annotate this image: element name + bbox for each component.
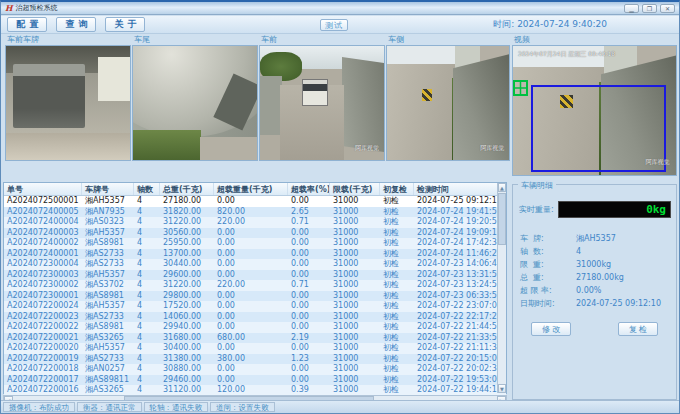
table-cell: 0.00 xyxy=(288,270,330,281)
camera-label: 车前 xyxy=(259,34,385,45)
table-cell: 2024-07-22 19:44:15 xyxy=(414,385,499,396)
table-cell: A2024072400001 xyxy=(4,249,82,260)
about-button[interactable]: 关于 xyxy=(105,17,145,32)
minimize-icon[interactable]: ▁ xyxy=(624,4,639,13)
table-row[interactable]: A2024072300004湘AS2733430440.000.000.0031… xyxy=(4,259,506,270)
column-header[interactable]: 检测时间 xyxy=(414,183,499,195)
table-cell: 4 xyxy=(134,333,160,344)
column-header[interactable]: 超载率(%) xyxy=(288,183,330,195)
field-value: 0.00% xyxy=(576,284,601,297)
column-header[interactable]: 车牌号 xyxy=(82,183,134,195)
table-cell: A2024072500001 xyxy=(4,196,82,207)
table-cell: 湘AS2733 xyxy=(82,259,134,270)
table-row[interactable]: A2024072300001湘AS8981429800.000.000.0031… xyxy=(4,291,506,302)
query-button[interactable]: 查询 xyxy=(56,17,96,32)
table-cell: 31120.00 xyxy=(160,385,214,396)
table-cell: 0.00 xyxy=(288,343,330,354)
table-row[interactable]: A2024072200018湘AN0257430880.000.000.0031… xyxy=(4,364,506,375)
status-weigher: 衡器：通讯正常 xyxy=(77,402,142,412)
column-header[interactable]: 轴数 xyxy=(134,183,160,195)
detail-field-overrate: 超 限 率:0.00% xyxy=(513,284,676,297)
camera-panel-front-plate: 车前车牌 xyxy=(5,34,131,161)
table-cell: A2024072400004 xyxy=(4,217,82,228)
table-cell: 0.00 xyxy=(214,291,288,302)
table-row[interactable]: A2024072200019湘AS2733431380.00380.001.23… xyxy=(4,354,506,365)
table-row[interactable]: A2024072400005湘AN7935431820.00820.002.65… xyxy=(4,207,506,218)
table-row[interactable]: A2024072400001湘AS2733413700.000.000.0031… xyxy=(4,249,506,260)
table-cell: 0.71 xyxy=(288,280,330,291)
table-row[interactable]: A2024072300003湘AH5357429600.000.000.0031… xyxy=(4,270,506,281)
table-row[interactable]: A2024072200021湘AS3265431680.00680.002.19… xyxy=(4,333,506,344)
scroll-down-icon[interactable]: ▼ xyxy=(498,384,506,393)
table-cell: 湘AS2733 xyxy=(82,249,134,260)
column-header[interactable]: 总重(千克) xyxy=(160,183,214,195)
table-cell: 2024-07-22 22:17:25 xyxy=(414,312,499,323)
recheck-button[interactable]: 复检 xyxy=(618,322,658,336)
table-header-row: 单号车牌号轴数总重(千克)超载重量(千克)超载率(%)限载(千克)初复检检测时间 xyxy=(4,183,506,196)
config-button[interactable]: 配置 xyxy=(7,17,47,32)
vertical-scrollbar[interactable]: ▲ ▼ xyxy=(497,183,506,393)
camera-snapshot xyxy=(5,45,131,161)
table-cell: 湘AH5357 xyxy=(82,301,134,312)
app-window: H 治超预检系统 ▁ ❐ ✕ 配置 查询 关于 测试 时间: 2024-07-2… xyxy=(0,0,680,414)
modify-button[interactable]: 修改 xyxy=(531,322,571,336)
field-label: 限 重: xyxy=(520,258,576,271)
scene-shape xyxy=(387,64,455,160)
table-cell: 2024-07-23 06:33:53 xyxy=(414,291,499,302)
clock-label: 时间: xyxy=(493,19,514,29)
table-cell: 31000 xyxy=(330,259,380,270)
table-cell: 4 xyxy=(134,207,160,218)
scene-shape xyxy=(387,46,463,64)
table-cell: 4 xyxy=(134,385,160,396)
table-cell: 初检 xyxy=(380,259,414,270)
close-icon[interactable]: ✕ xyxy=(660,4,675,13)
table-cell: 31000 xyxy=(330,312,380,323)
camera-panel-side: 车侧 阿库视觉 xyxy=(386,34,510,161)
column-header[interactable]: 单号 xyxy=(4,183,82,195)
table-row[interactable]: A2024072200016湘AS3265431120.00120.000.39… xyxy=(4,385,506,396)
table-cell: 31000 xyxy=(330,280,380,291)
table-row[interactable]: A2024072200020湘AH5357430400.000.000.0031… xyxy=(4,343,506,354)
table-cell: 2024-07-22 21:11:35 xyxy=(414,343,499,354)
vehicle-detail-panel: 车辆明细 实时重量: 0kg 车 牌:湘AH5357 轴 数:4 限 重:310… xyxy=(512,184,677,400)
table-cell: 2024-07-22 19:53:00 xyxy=(414,375,499,386)
table-cell: 0.00 xyxy=(288,259,330,270)
table-cell: 4 xyxy=(134,375,160,386)
detail-buttons: 修改 复检 xyxy=(513,322,676,336)
scroll-up-icon[interactable]: ▲ xyxy=(498,183,506,192)
records-table: 单号车牌号轴数总重(千克)超载重量(千克)超载率(%)限载(千克)初复检检测时间… xyxy=(3,182,507,394)
table-cell: 初检 xyxy=(380,301,414,312)
column-header[interactable]: 初复检 xyxy=(380,183,414,195)
table-cell: 2024-07-23 13:31:50 xyxy=(414,270,499,281)
test-button[interactable]: 测试 xyxy=(320,19,348,31)
table-row[interactable]: A2024072400002湘AS8981425950.000.000.0031… xyxy=(4,238,506,249)
table-cell: 2024-07-22 23:07:07 xyxy=(414,301,499,312)
field-value: 湘AH5357 xyxy=(576,232,616,245)
camera-watermark: 阿库视觉 xyxy=(480,144,504,153)
table-cell: 0.00 xyxy=(214,312,288,323)
column-header[interactable]: 超载重量(千克) xyxy=(214,183,288,195)
table-row[interactable]: A2024072500001湘AH5357427180.000.000.0031… xyxy=(4,196,506,207)
vertical-scroll-thumb[interactable] xyxy=(498,193,506,245)
table-row[interactable]: A2024072200024湘AH5357417520.000.000.0031… xyxy=(4,301,506,312)
table-row[interactable]: A2024072200017湘AS89811429460.000.000.003… xyxy=(4,375,506,386)
table-cell: 31000 xyxy=(330,364,380,375)
table-row[interactable]: A2024072400004湘AS0323431220.00220.000.71… xyxy=(4,217,506,228)
column-header[interactable]: 限载(千克) xyxy=(330,183,380,195)
camera-snapshot: 阿库视觉 xyxy=(259,45,385,161)
table-cell: 湘AS2733 xyxy=(82,312,134,323)
table-row[interactable]: A2024072400003湘AH5357430560.000.000.0031… xyxy=(4,228,506,239)
maximize-icon[interactable]: ❐ xyxy=(642,4,657,13)
table-row[interactable]: A2024072200023湘AS2733414060.000.000.0031… xyxy=(4,312,506,323)
table-cell: A2024072200021 xyxy=(4,333,82,344)
scene-shape xyxy=(200,137,257,160)
table-row[interactable]: A2024072200022湘AS8981429940.000.000.0031… xyxy=(4,322,506,333)
table-row[interactable]: A2024072300002湘AS3702431220.00220.000.71… xyxy=(4,280,506,291)
weight-label: 实时重量: xyxy=(519,204,554,215)
table-cell: 初检 xyxy=(380,364,414,375)
table-cell: 0.00 xyxy=(214,364,288,375)
table-cell: A2024072400005 xyxy=(4,207,82,218)
table-cell: 0.71 xyxy=(288,217,330,228)
field-value: 27180.00kg xyxy=(576,271,624,284)
table-cell: 31000 xyxy=(330,354,380,365)
